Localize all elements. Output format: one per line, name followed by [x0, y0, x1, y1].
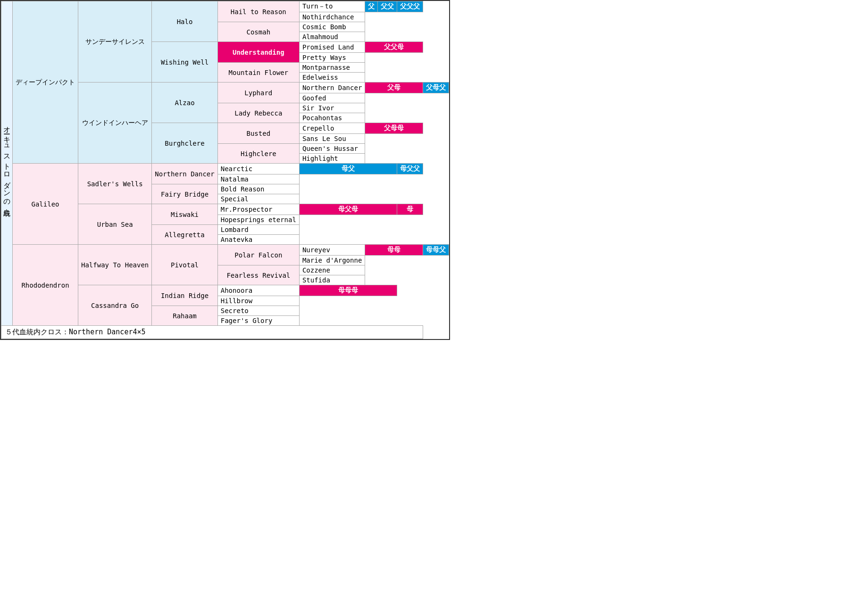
table-row: オーキュストロダンの血統 ディープインパクト サンデーサイレンス Halo Ha…	[1, 1, 449, 12]
g4-cell: Nothirdchance	[299, 12, 365, 22]
header-ffm: 父父母	[365, 42, 423, 53]
mmm-indianridge-cell: Indian Ridge	[152, 285, 217, 306]
header-fm: 父母	[365, 83, 423, 93]
g4-cell: Cozzene	[299, 265, 365, 275]
mother-father-cell: Galileo	[13, 164, 78, 245]
g4-cell: Turn－to	[299, 1, 365, 12]
ggg-mtnflower-cell: Mountain Flower	[217, 63, 299, 83]
g4-cell: Almahmoud	[299, 32, 365, 42]
table-row: Rhododendron Halfway To Heaven Pivotal P…	[1, 245, 449, 256]
header-mm: 母母	[365, 245, 423, 256]
ggg-highclere-cell: Highclere	[217, 144, 299, 164]
g4-cell: Crepello	[299, 123, 365, 134]
mml-pivotal-cell: Pivotal	[152, 245, 217, 285]
g4-cell: Hillbrow	[217, 296, 299, 306]
gg-wishingwell-cell: Wishing Well	[152, 42, 217, 83]
ggg-lyphard-cell: Lyphard	[217, 83, 299, 103]
g4-cell: Highlight	[299, 154, 365, 164]
header-mf: 母父	[299, 164, 397, 174]
pedigree-table: オーキュストロダンの血統 ディープインパクト サンデーサイレンス Halo Ha…	[1, 1, 449, 339]
header-m: 母	[397, 204, 423, 215]
ggg-ladyrebecca-cell: Lady Rebecca	[217, 103, 299, 123]
mff-northerndancer-cell: Northern Dancer	[152, 164, 217, 184]
gg-alzao-cell: Alzao	[152, 83, 217, 123]
ggg-hail-cell: Hail to Reason	[217, 1, 299, 22]
g4-cell: Bold Reason	[217, 184, 299, 194]
mm-cassandrago-cell: Cassandra Go	[78, 285, 152, 326]
mf-urbansea-cell: Urban Sea	[78, 204, 152, 245]
grandfather-cell: サンデーサイレンス	[78, 1, 152, 83]
g4-cell: Montparnasse	[299, 63, 365, 73]
self-label: オーキュストロダンの血統	[1, 1, 13, 326]
mm-halfwaytoheaven-cell: Halfway To Heaven	[78, 245, 152, 285]
ggg-cosmah-cell: Cosmah	[217, 22, 299, 42]
header-fff: 父父父	[397, 1, 423, 12]
g4-cell: Marie d'Argonne	[299, 256, 365, 265]
mfm-miswaki-cell: Miswaki	[152, 204, 217, 225]
grandfather2-cell: ウインドインハーヘア	[78, 83, 152, 164]
g4-cell: Ahonoora	[217, 285, 299, 296]
pedigree-table-container: オーキュストロダンの血統 ディープインパクト サンデーサイレンス Halo Ha…	[0, 0, 450, 340]
g4-cell: Sans Le Sou	[299, 134, 365, 144]
mfm-allegretta-cell: Allegretta	[152, 225, 217, 245]
g4-cell: Goofed	[299, 93, 365, 103]
g4-cell: Anatevka	[217, 235, 299, 245]
mother-cell: Rhododendron	[13, 245, 78, 326]
header-mmf: 母母父	[423, 245, 449, 256]
mmm-rahaam-cell: Rahaam	[152, 306, 217, 326]
footer-row: ５代血統内クロス：Northern Dancer4×5	[1, 326, 449, 339]
header-mmm: 母母母	[299, 285, 397, 296]
g4-cell: Nureyev	[299, 245, 365, 256]
mff-fairybridge-cell: Fairy Bridge	[152, 184, 217, 204]
father-cell: ディープインパクト	[13, 1, 78, 164]
g4-cell: Promised Land	[299, 42, 365, 53]
g4-cell: Fager's Glory	[217, 316, 299, 326]
header-mfm: 母父母	[299, 204, 397, 215]
g4-cell: Special	[217, 194, 299, 204]
g4-cell: Hopesprings eternal	[217, 215, 299, 225]
g4-cell: Mr.Prospector	[217, 204, 299, 215]
g4-cell: Cosmic Bomb	[299, 22, 365, 32]
g4-cell: Stufida	[299, 275, 365, 285]
gg-halo-cell: Halo	[152, 1, 217, 42]
g4-cell: Queen's Hussar	[299, 144, 365, 154]
g4-cell: Pocahontas	[299, 113, 365, 123]
ggg-busted-cell: Busted	[217, 123, 299, 144]
g4-cell: Natalma	[217, 174, 299, 184]
g4-cell: Sir Ivor	[299, 103, 365, 113]
mmf-fearlessrevival-cell: Fearless Revival	[217, 265, 299, 285]
g4-cell: Pretty Ways	[299, 53, 365, 63]
header-fmm: 父母母	[365, 123, 423, 134]
table-row: Galileo Sadler's Wells Northern Dancer N…	[1, 164, 449, 174]
g4-cell: Secreto	[217, 306, 299, 316]
mf-sadlers-cell: Sadler's Wells	[78, 164, 152, 204]
header-fmf: 父母父	[423, 83, 449, 93]
header-father: 父	[365, 1, 378, 12]
header-mff: 母父父	[397, 164, 423, 174]
mmf-polarfalcon-cell: Polar Falcon	[217, 245, 299, 265]
header-ff: 父父	[378, 1, 397, 12]
g4-cell: Lombard	[217, 225, 299, 235]
footer-text: ５代血統内クロス：Northern Dancer4×5	[1, 326, 423, 339]
gg-burghclere-cell: Burghclere	[152, 123, 217, 164]
ggg-understanding-cell: Understanding	[217, 42, 299, 63]
g4-cell: Edelweiss	[299, 73, 365, 83]
g4-cell: Nearctic	[217, 164, 299, 174]
g4-cell: Northern Dancer	[299, 83, 365, 93]
